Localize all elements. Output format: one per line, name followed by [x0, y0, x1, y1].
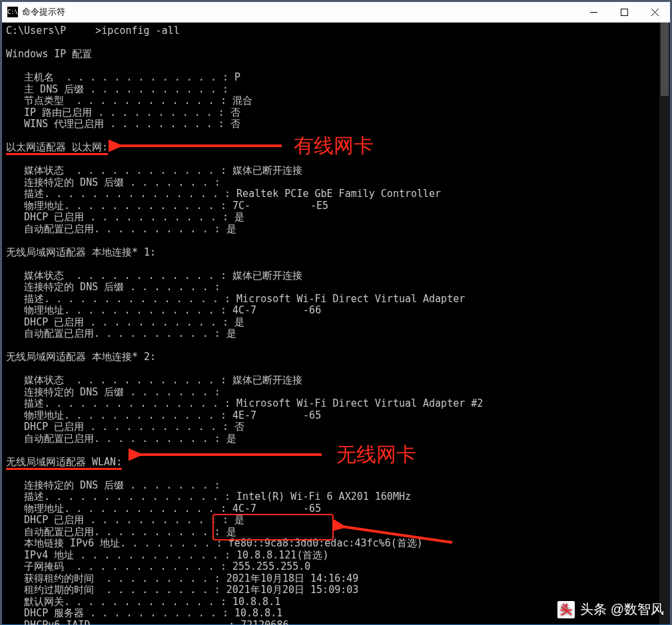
redacted: [256, 306, 303, 314]
row-label: 自动配置已启用. . . . . . . . . . :: [6, 327, 226, 339]
row-value: 10.8.8.121(首选): [236, 549, 328, 561]
row-value: 媒体已断开连接: [232, 164, 302, 176]
row-label: DHCP 已启用 . . . . . . . . . . . :: [6, 421, 234, 433]
row-value: Microsoft Wi-Fi Direct Virtual Adapter #…: [236, 397, 483, 409]
row-value: 4C-7: [232, 503, 256, 515]
row-label: IPv4 地址 . . . . . . . . . . . . :: [6, 549, 236, 561]
row-value: 10.8.8.1: [232, 596, 280, 608]
row-label: DHCPv6 IAID . . . . . . . . . . . :: [6, 619, 240, 626]
row-label: 自动配置已启用. . . . . . . . . . :: [6, 223, 226, 235]
row-value: 是: [234, 514, 244, 526]
cmd-icon: C:\: [7, 7, 18, 17]
redacted: [66, 26, 95, 35]
row-label: 物理地址. . . . . . . . . . . . . :: [6, 503, 232, 515]
row-value: Microsoft Wi-Fi Direct Virtual Adapter: [236, 293, 465, 305]
row-label: 自动配置已启用. . . . . . . . . . :: [6, 526, 226, 538]
row-label: DHCP 已启用 . . . . . . . . . . . :: [6, 514, 234, 526]
row-value: 4E-7: [232, 409, 256, 421]
row-label: 获得租约的时间 . . . . . . . . . :: [6, 572, 226, 584]
row-label: 主机名 . . . . . . . . . . . . . :: [6, 71, 234, 83]
row-value: fe80::9ca8:3dd0:edac:43fc%6(首选): [228, 537, 423, 549]
row-value: 10.8.8.1: [234, 607, 282, 619]
row-value: 是: [226, 223, 236, 235]
row-value: P: [234, 71, 240, 83]
redacted: [256, 411, 303, 419]
row-value: 2021年10月20日 15:09:03: [226, 584, 359, 596]
row-label: IP 路由已启用 . . . . . . . . . . :: [6, 106, 230, 118]
row-value: 是: [226, 327, 236, 339]
row-value: 是: [234, 211, 244, 223]
row-value: 否: [234, 421, 244, 433]
adapter-ethernet-title: 以太网适配器 以太网:: [6, 141, 108, 155]
row-value: 否: [230, 118, 240, 130]
row-label: 描述. . . . . . . . . . . . . . . :: [6, 188, 236, 200]
maximize-button[interactable]: [609, 2, 639, 22]
row-label: 租约过期的时间 . . . . . . . . . :: [6, 584, 226, 596]
svg-rect-1: [621, 9, 627, 15]
adapter-wlan1-title: 无线局域网适配器 本地连接* 1:: [6, 246, 156, 258]
row-label: 描述. . . . . . . . . . . . . . . :: [6, 293, 236, 305]
row-label: 连接特定的 DNS 后缀 . . . . . . . :: [6, 479, 226, 491]
row-value: Realtek PCIe GbE Family Controller: [236, 188, 441, 200]
row-value: 7C-: [232, 200, 250, 212]
row-value: 是: [234, 316, 244, 328]
row-value: 媒体已断开连接: [232, 270, 302, 282]
row-label: 媒体状态 . . . . . . . . . . . . :: [6, 164, 232, 176]
row-label: 描述. . . . . . . . . . . . . . . :: [6, 397, 236, 409]
row-label: 主 DNS 后缀 . . . . . . . . . . . :: [6, 83, 234, 95]
adapter-wlan-title: 无线局域网适配器 WLAN:: [6, 456, 122, 470]
row-value: 是: [226, 526, 236, 538]
section-header: Windows IP 配置: [6, 48, 92, 60]
row-label: 连接特定的 DNS 后缀 . . . . . . . :: [6, 281, 226, 293]
watermark-text: 头条 @数智风: [580, 600, 664, 618]
row-value: 255.255.255.0: [232, 560, 310, 572]
row-value: 2021年10月18日 14:16:49: [226, 572, 359, 584]
row-value: -65: [303, 409, 321, 421]
command: >ipconfig -all: [95, 25, 179, 37]
row-label: 节点类型 . . . . . . . . . . . . :: [6, 95, 232, 106]
close-button[interactable]: [639, 2, 670, 22]
row-label: 自动配置已启用. . . . . . . . . . :: [6, 433, 226, 445]
row-label: DHCP 服务器 . . . . . . . . . . . :: [6, 607, 234, 619]
row-label: 连接特定的 DNS 后缀 . . . . . . . :: [6, 176, 226, 188]
prompt-path: C:\Users\P: [6, 25, 66, 37]
row-value: 4C-7: [232, 304, 256, 316]
row-label: 物理地址. . . . . . . . . . . . . :: [6, 200, 232, 212]
row-value: Intel(R) Wi-Fi 6 AX201 160MHz: [236, 491, 411, 503]
row-label: 媒体状态 . . . . . . . . . . . . :: [6, 374, 232, 386]
cmd-window: C:\ 命令提示符 C:\Users\P>ipconfig -all Windo…: [1, 1, 671, 625]
redacted: [256, 504, 303, 513]
row-value: -66: [303, 304, 321, 316]
row-label: WINS 代理已启用 . . . . . . . . . :: [6, 118, 230, 130]
row-label: 连接特定的 DNS 后缀 . . . . . . . :: [6, 386, 226, 398]
row-value: -65: [303, 503, 321, 515]
minimize-button[interactable]: [578, 2, 609, 22]
window-title: 命令提示符: [22, 6, 578, 18]
row-value: -E5: [310, 200, 328, 212]
row-label: 默认网关. . . . . . . . . . . . . :: [6, 596, 232, 608]
row-value: 72120686: [240, 619, 288, 626]
row-label: 媒体状态 . . . . . . . . . . . . :: [6, 270, 232, 282]
row-value: 是: [226, 433, 236, 445]
toutiao-icon: 头: [557, 601, 575, 618]
row-label: 物理地址. . . . . . . . . . . . . :: [6, 304, 232, 316]
row-value: 混合: [232, 95, 252, 106]
row-label: 物理地址. . . . . . . . . . . . . :: [6, 409, 232, 421]
row-label: 本地链接 IPv6 地址. . . . . . . . :: [6, 537, 228, 549]
redacted: [240, 73, 264, 81]
row-label: 子网掩码 . . . . . . . . . . . . :: [6, 560, 232, 572]
watermark: 头 头条 @数智风: [557, 600, 664, 618]
row-label: 描述. . . . . . . . . . . . . . . :: [6, 491, 236, 503]
row-label: DHCP 已启用 . . . . . . . . . . . :: [6, 211, 234, 223]
titlebar[interactable]: C:\ 命令提示符: [2, 2, 670, 23]
redacted: [250, 201, 310, 210]
row-value: 媒体已断开连接: [232, 374, 302, 386]
row-value: 否: [230, 106, 240, 118]
adapter-wlan2-title: 无线局域网适配器 本地连接* 2:: [6, 351, 156, 363]
terminal-output[interactable]: C:\Users\P>ipconfig -all Windows IP 配置 主…: [2, 23, 670, 625]
row-label: DHCP 已启用 . . . . . . . . . . . :: [6, 316, 234, 328]
